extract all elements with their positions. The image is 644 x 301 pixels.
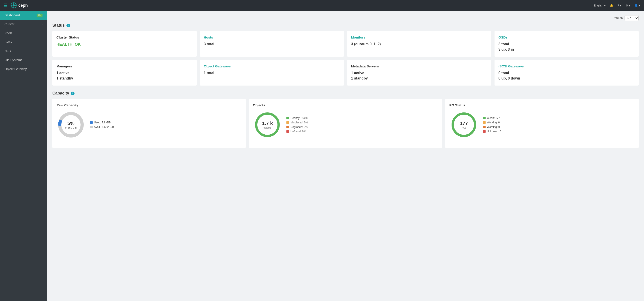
refresh-select[interactable]: 5 s 10 s 30 s 60 s xyxy=(624,15,639,21)
language-arrow-icon: ▾ xyxy=(604,4,606,7)
status-title-text: Status xyxy=(52,23,65,28)
sidebar-pools-label: Pools xyxy=(4,31,12,35)
language-selector[interactable]: English ▾ xyxy=(594,4,606,7)
pg-status-card: PG Status 177 PGs xyxy=(445,99,639,148)
degraded-dot xyxy=(286,126,289,128)
raw-capacity-body: 5% of 150 GiB Used: 7.8 GiB Avail.: 142.… xyxy=(56,110,242,139)
app-name: ceph xyxy=(18,3,28,8)
objects-degraded-legend: Degraded: 0% xyxy=(286,125,308,129)
sidebar-nfs-label: NFS xyxy=(4,49,11,53)
app-logo: ceph xyxy=(10,2,28,9)
sidebar-filesystems-label: File Systems xyxy=(4,58,22,62)
raw-capacity-title: Raw Capacity xyxy=(56,103,242,107)
used-color-dot xyxy=(90,121,93,124)
object-gateways-card: Object Gateways 1 total xyxy=(200,60,344,86)
sidebar-item-pools[interactable]: Pools xyxy=(0,29,47,38)
healthy-label: Healthy: 100% xyxy=(290,116,308,120)
raw-capacity-center: 5% of 150 GiB xyxy=(65,121,77,129)
notifications-icon[interactable]: 🔔 xyxy=(610,4,613,7)
hosts-card: Hosts 3 total xyxy=(200,31,344,57)
managers-value: 1 active 1 standby xyxy=(56,70,193,81)
monitors-card: Monitors 3 (quorum 0, 1, 2) xyxy=(347,31,492,57)
block-arrow-icon: › xyxy=(42,41,42,44)
managers-title: Managers xyxy=(56,64,193,68)
managers-line2: 1 standby xyxy=(56,76,193,81)
hosts-value: 3 total xyxy=(204,42,340,47)
topnav-right-controls: English ▾ 🔔 ? ▾ ⚙ ▾ 👤 ▾ xyxy=(594,4,640,7)
raw-capacity-avail-legend: Avail.: 142.2 GiB xyxy=(90,125,114,129)
user-icon[interactable]: 👤 ▾ xyxy=(634,4,640,7)
warning-dot xyxy=(483,126,486,128)
cluster-status-title: Cluster Status xyxy=(56,35,193,39)
working-dot xyxy=(483,121,486,124)
sidebar-item-block[interactable]: Block › xyxy=(0,38,47,47)
capacity-title-text: Capacity xyxy=(52,91,69,96)
monitors-title[interactable]: Monitors xyxy=(351,35,487,39)
capacity-section-title: Capacity i xyxy=(52,91,639,96)
sidebar-item-objectgateway[interactable]: Object Gateway › xyxy=(0,65,47,74)
object-gateways-title[interactable]: Object Gateways xyxy=(204,64,340,68)
iscsi-gateways-value: 0 total 0 up, 0 down xyxy=(498,70,635,81)
pg-status-body: 177 PGs Clean: 177 Working: 0 xyxy=(449,110,634,139)
objects-count: 1.7 k xyxy=(262,121,273,126)
ceph-logo-icon xyxy=(10,2,17,9)
raw-capacity-of-label: of 150 GiB xyxy=(65,126,77,129)
settings-icon[interactable]: ⚙ ▾ xyxy=(626,4,630,7)
managers-card: Managers 1 active 1 standby xyxy=(52,60,197,86)
sidebar-item-dashboard[interactable]: Dashboard OK xyxy=(0,11,47,20)
sidebar-item-cluster[interactable]: Cluster › xyxy=(0,20,47,29)
pg-status-center: 177 PGs xyxy=(460,121,468,129)
metadata-servers-card: Metadata Servers 1 active 1 standby xyxy=(347,60,492,86)
refresh-label: Refresh xyxy=(612,16,623,20)
raw-capacity-legend: Used: 7.8 GiB Avail.: 142.2 GiB xyxy=(90,121,114,129)
pg-warning-legend: Warning: 0 xyxy=(483,125,501,129)
capacity-grid: Raw Capacity 5% of 150 GiB xyxy=(52,99,639,148)
top-navigation: ☰ ceph English ▾ 🔔 ? ▾ ⚙ ▾ 👤 ▾ xyxy=(0,0,644,11)
objects-center: 1.7 k objects xyxy=(262,121,273,129)
raw-capacity-donut: 5% of 150 GiB xyxy=(56,110,86,139)
main-layout: Dashboard OK Cluster › Pools Block › NFS… xyxy=(0,11,644,301)
pg-working-legend: Working: 0 xyxy=(483,121,501,124)
raw-capacity-card: Raw Capacity 5% of 150 GiB xyxy=(52,99,246,148)
sidebar-item-nfs[interactable]: NFS xyxy=(0,47,47,56)
capacity-info-icon[interactable]: i xyxy=(71,92,74,95)
pg-status-title: PG Status xyxy=(449,103,634,107)
objects-healthy-legend: Healthy: 100% xyxy=(286,116,308,120)
status-section-title: Status i xyxy=(52,23,639,28)
svg-point-1 xyxy=(12,4,15,7)
managers-line1: 1 active xyxy=(56,70,193,76)
clean-dot xyxy=(483,117,486,119)
unknown-label: Unknown: 0 xyxy=(487,130,501,133)
unknown-dot xyxy=(483,130,486,133)
pg-status-donut: 177 PGs xyxy=(449,110,478,139)
pg-clean-legend: Clean: 177 xyxy=(483,116,501,120)
osds-title[interactable]: OSDs xyxy=(498,35,635,39)
hosts-title[interactable]: Hosts xyxy=(204,35,340,39)
unfound-dot xyxy=(286,130,289,133)
osds-line1: 3 total xyxy=(498,42,635,47)
sidebar-block-label: Block xyxy=(4,40,12,44)
objects-legend: Healthy: 100% Misplaced: 0% Degraded: 0% xyxy=(286,116,308,133)
sidebar-cluster-label: Cluster xyxy=(4,23,14,26)
objects-misplaced-legend: Misplaced: 0% xyxy=(286,121,308,124)
monitors-value: 3 (quorum 0, 1, 2) xyxy=(351,42,487,47)
objects-donut: 1.7 k objects xyxy=(253,110,282,139)
sidebar-objectgateway-label: Object Gateway xyxy=(4,67,27,71)
help-icon[interactable]: ? ▾ xyxy=(617,4,622,7)
raw-capacity-used-legend: Used: 7.8 GiB xyxy=(90,121,114,124)
objectgateway-arrow-icon: › xyxy=(42,67,42,71)
iscsi-gateways-line1: 0 total xyxy=(498,70,635,76)
pg-unit: PGs xyxy=(460,126,468,129)
hamburger-menu-icon[interactable]: ☰ xyxy=(4,3,8,8)
status-grid: Cluster Status HEALTH_OK Hosts 3 total M… xyxy=(52,31,639,86)
avail-color-dot xyxy=(90,126,93,128)
status-info-icon[interactable]: i xyxy=(66,24,70,27)
degraded-label: Degraded: 0% xyxy=(290,125,308,129)
raw-capacity-percent: 5% xyxy=(65,121,77,126)
misplaced-label: Misplaced: 0% xyxy=(290,121,308,124)
iscsi-gateways-title[interactable]: iSCSI Gateways xyxy=(498,64,635,68)
osds-value: 3 total 3 up, 3 in xyxy=(498,42,635,52)
sidebar-item-filesystems[interactable]: File Systems xyxy=(0,56,47,65)
osds-card: OSDs 3 total 3 up, 3 in xyxy=(494,31,639,57)
clean-label: Clean: 177 xyxy=(487,116,500,120)
